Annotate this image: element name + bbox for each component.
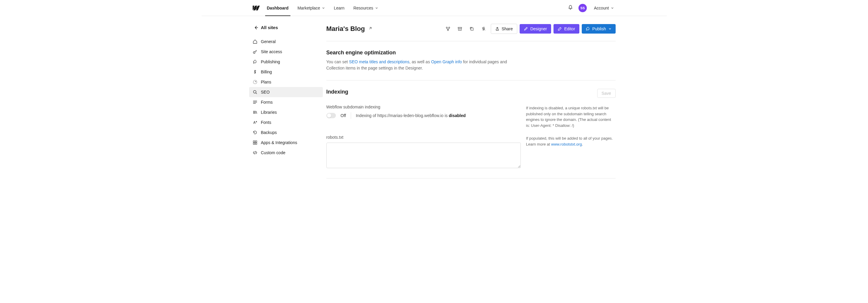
form-icon bbox=[253, 100, 257, 105]
svg-point-7 bbox=[446, 27, 447, 28]
sidebar-item-publishing[interactable]: Publishing bbox=[249, 57, 323, 67]
open-graph-link[interactable]: Open Graph info bbox=[431, 59, 462, 64]
rocket-icon bbox=[586, 27, 590, 31]
archive-button[interactable] bbox=[455, 24, 465, 34]
account-menu[interactable]: Account bbox=[592, 0, 616, 16]
nav-marketplace-label: Marketplace bbox=[298, 6, 320, 10]
robotstxt-help-post: . bbox=[582, 142, 583, 146]
separator bbox=[351, 112, 351, 119]
back-label: All sites bbox=[261, 25, 278, 30]
sidebar-label: Forms bbox=[261, 100, 273, 105]
seo-heading: Search engine optimization bbox=[327, 49, 616, 56]
code-icon bbox=[253, 150, 257, 155]
page-title: Maria's Blog bbox=[327, 25, 365, 33]
sidebar-label: General bbox=[261, 39, 276, 44]
back-all-sites[interactable]: All sites bbox=[253, 25, 323, 30]
nav-resources[interactable]: Resources bbox=[352, 0, 380, 16]
svg-rect-11 bbox=[471, 28, 473, 30]
svg-point-2 bbox=[253, 91, 256, 93]
search-icon bbox=[253, 90, 257, 95]
unpublish-button[interactable] bbox=[479, 24, 488, 34]
arrow-left-icon bbox=[254, 26, 258, 30]
dollar-icon bbox=[253, 69, 257, 74]
chevron-down-icon bbox=[375, 6, 378, 9]
restore-icon bbox=[253, 130, 257, 135]
top-nav: Dashboard Marketplace Learn Resources SS… bbox=[202, 0, 667, 16]
sidebar-label: Libraries bbox=[261, 110, 277, 115]
copy-icon bbox=[469, 27, 474, 31]
sidebar-label: Fonts bbox=[261, 120, 271, 125]
sidebar-item-backups[interactable]: Backups bbox=[249, 128, 323, 138]
home-icon bbox=[253, 39, 257, 44]
sidebar-item-general[interactable]: General bbox=[249, 37, 323, 47]
duplicate-button[interactable] bbox=[467, 24, 476, 34]
sidebar-item-seo[interactable]: SEO bbox=[249, 87, 323, 97]
indexing-status-pre: Indexing of https://marias-leden-blog.we… bbox=[356, 113, 449, 118]
sidebar-item-apps[interactable]: Apps & Integrations bbox=[249, 138, 323, 148]
sidebar-item-forms[interactable]: Forms bbox=[249, 97, 323, 107]
notifications-button[interactable] bbox=[568, 5, 573, 11]
font-icon bbox=[253, 120, 257, 125]
subdomain-indexing-label: Webflow subdomain indexing bbox=[327, 105, 521, 109]
robotstxt-label: robots.txt bbox=[327, 135, 521, 140]
open-site-button[interactable] bbox=[368, 26, 372, 32]
robotstxt-input[interactable] bbox=[327, 143, 521, 168]
svg-rect-10 bbox=[458, 27, 462, 28]
library-icon bbox=[253, 110, 257, 115]
sidebar-item-billing[interactable]: Billing bbox=[249, 67, 323, 77]
chevron-down-icon bbox=[611, 6, 614, 9]
sidebar-item-plans[interactable]: Plans bbox=[249, 77, 323, 87]
editor-label: Editor bbox=[564, 27, 575, 31]
designer-label: Designer bbox=[530, 27, 547, 31]
edit-icon bbox=[558, 27, 562, 31]
svg-rect-3 bbox=[253, 141, 255, 142]
editor-button[interactable]: Editor bbox=[554, 24, 579, 34]
webflow-logo[interactable] bbox=[253, 6, 260, 10]
subdomain-indexing-toggle[interactable] bbox=[327, 113, 336, 118]
sidebar: All sites General Site access Publishing… bbox=[253, 16, 323, 178]
account-label: Account bbox=[594, 6, 609, 10]
svg-rect-5 bbox=[253, 143, 255, 144]
sidebar-item-fonts[interactable]: Fonts bbox=[249, 117, 323, 128]
sidebar-item-site-access[interactable]: Site access bbox=[249, 47, 323, 57]
external-link-icon bbox=[368, 26, 372, 30]
save-button[interactable]: Save bbox=[597, 89, 616, 98]
archive-icon bbox=[458, 27, 462, 31]
share-icon bbox=[495, 27, 499, 31]
sidebar-item-libraries[interactable]: Libraries bbox=[249, 107, 323, 117]
nav-learn[interactable]: Learn bbox=[332, 0, 346, 16]
seo-description: You can set SEO meta titles and descript… bbox=[327, 59, 517, 71]
share-label: Share bbox=[502, 27, 513, 31]
gauge-icon bbox=[253, 79, 257, 85]
sidebar-item-custom-code[interactable]: Custom code bbox=[249, 148, 323, 158]
indexing-status-text: Indexing of https://marias-leden-blog.we… bbox=[356, 113, 466, 118]
publish-button[interactable]: Publish bbox=[582, 24, 616, 34]
seo-desc-text: You can set bbox=[327, 59, 349, 64]
chevron-down-icon bbox=[322, 6, 325, 9]
robotstxt-link[interactable]: www.robotstxt.org bbox=[551, 142, 582, 146]
indexing-heading: Indexing bbox=[327, 89, 348, 95]
nav-dashboard[interactable]: Dashboard bbox=[265, 0, 290, 16]
seo-titles-link[interactable]: SEO meta titles and descriptions bbox=[349, 59, 409, 64]
sidebar-label: Site access bbox=[261, 49, 282, 54]
pen-icon bbox=[524, 27, 528, 31]
rocket-icon bbox=[253, 59, 257, 64]
nav-marketplace[interactable]: Marketplace bbox=[296, 0, 327, 16]
sidebar-label: Billing bbox=[261, 69, 272, 74]
chevron-down-icon bbox=[609, 27, 612, 30]
key-icon bbox=[253, 49, 257, 54]
user-avatar[interactable]: SS bbox=[579, 4, 587, 12]
apps-icon bbox=[253, 140, 257, 145]
branch-icon bbox=[445, 27, 451, 31]
branch-button[interactable] bbox=[443, 24, 453, 34]
publish-label: Publish bbox=[592, 27, 606, 31]
indexing-status-value: disabled bbox=[449, 113, 466, 118]
sidebar-label: Backups bbox=[261, 130, 277, 135]
svg-rect-6 bbox=[255, 143, 257, 144]
nav-resources-label: Resources bbox=[353, 6, 373, 10]
sidebar-label: SEO bbox=[261, 90, 270, 95]
designer-button[interactable]: Designer bbox=[520, 24, 551, 34]
robotstxt-help-text: If populated, this will be added to all … bbox=[526, 135, 616, 147]
share-button[interactable]: Share bbox=[491, 24, 517, 34]
sidebar-label: Apps & Integrations bbox=[261, 140, 297, 145]
